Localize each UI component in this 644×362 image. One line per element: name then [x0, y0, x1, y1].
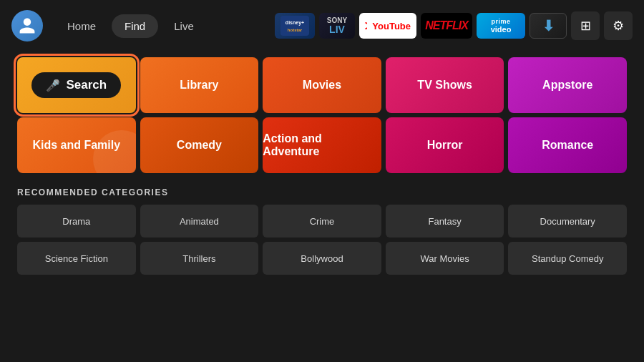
add-app-button[interactable]: ⊞: [571, 11, 600, 40]
youtube-play-icon: [365, 22, 367, 29]
app-netflix[interactable]: NETFLIX: [421, 13, 472, 39]
rec-drama[interactable]: Drama: [17, 205, 136, 238]
app-youtube[interactable]: YouTube: [359, 13, 416, 39]
horror-label: Horror: [427, 139, 463, 152]
rec-bollywood[interactable]: Bollywood: [263, 242, 381, 275]
tile-movies[interactable]: Movies: [263, 57, 381, 113]
nav-live[interactable]: Live: [161, 14, 207, 38]
mic-icon: 🎤: [46, 79, 60, 92]
nav-apps: disney+ hotstar SONY LIV YouTube NETFLIX…: [275, 11, 633, 40]
rec-documentary-label: Documentary: [540, 216, 595, 227]
main-content: 🎤 Search Library Movies TV Shows Appstor…: [0, 52, 644, 286]
netflix-label: NETFLIX: [425, 19, 468, 32]
rec-fantasy-label: Fantasy: [428, 216, 461, 227]
settings-icon: ⚙: [613, 18, 624, 34]
comedy-label: Comedy: [177, 139, 222, 152]
rec-documentary[interactable]: Documentary: [508, 205, 627, 238]
sony-text: SONY LIV: [327, 17, 347, 34]
settings-button[interactable]: ⚙: [604, 11, 633, 40]
rec-scifi-label: Science Fiction: [45, 253, 108, 264]
rec-thrillers-label: Thrillers: [182, 253, 215, 264]
rec-standup[interactable]: Standup Comedy: [508, 242, 627, 275]
disney-icon: disney+ hotstar: [280, 16, 309, 36]
rec-animated-label: Animated: [180, 216, 219, 227]
app-downloader[interactable]: ⬇: [530, 13, 567, 39]
nav-home[interactable]: Home: [54, 14, 109, 38]
tile-comedy[interactable]: Comedy: [140, 117, 259, 173]
tile-horror[interactable]: Horror: [386, 117, 504, 173]
rec-scifi[interactable]: Science Fiction: [17, 242, 136, 275]
youtube-label: YouTube: [372, 21, 411, 31]
category-grid: 🎤 Search Library Movies TV Shows Appstor…: [17, 57, 627, 173]
rec-crime-label: Crime: [310, 216, 335, 227]
tile-appstore[interactable]: Appstore: [508, 57, 627, 113]
appstore-label: Appstore: [542, 79, 592, 92]
tile-library[interactable]: Library: [140, 57, 259, 113]
movies-label: Movies: [303, 79, 341, 92]
user-icon: [18, 16, 36, 35]
recommended-section: RECOMMENDED CATEGORIES Drama Animated Cr…: [17, 187, 627, 275]
rec-war[interactable]: War Movies: [386, 242, 504, 275]
action-label: Action and Adventure: [263, 132, 381, 158]
library-label: Library: [180, 79, 218, 92]
search-label: Search: [66, 78, 107, 92]
rec-fantasy[interactable]: Fantasy: [386, 205, 504, 238]
nav-links: Home Find Live: [54, 14, 207, 38]
rec-crime[interactable]: Crime: [263, 205, 381, 238]
tile-romance[interactable]: Romance: [508, 117, 627, 173]
app-prime[interactable]: prime video: [477, 13, 525, 39]
section-title: RECOMMENDED CATEGORIES: [17, 187, 627, 197]
tile-search[interactable]: 🎤 Search: [17, 57, 136, 113]
recommended-grid: Drama Animated Crime Fantasy Documentary…: [17, 205, 627, 275]
rec-bollywood-label: Bollywood: [301, 253, 343, 264]
tvshows-label: TV Shows: [417, 79, 472, 92]
search-inner: 🎤 Search: [31, 72, 121, 98]
app-sony[interactable]: SONY LIV: [319, 13, 355, 39]
rec-thrillers[interactable]: Thrillers: [140, 242, 259, 275]
romance-label: Romance: [542, 139, 593, 152]
nav-find[interactable]: Find: [112, 14, 158, 38]
kids-label: Kids and Family: [32, 139, 120, 152]
downloader-icon: ⬇: [542, 17, 555, 34]
rec-drama-label: Drama: [62, 216, 90, 227]
tile-tvshows[interactable]: TV Shows: [386, 57, 504, 113]
prime-text: prime video: [491, 18, 512, 34]
svg-rect-0: [280, 16, 309, 36]
tile-action[interactable]: Action and Adventure: [263, 117, 381, 173]
app-disney[interactable]: disney+ hotstar: [275, 13, 315, 39]
tile-kids[interactable]: Kids and Family: [17, 117, 136, 173]
rec-animated[interactable]: Animated: [140, 205, 259, 238]
grid-add-icon: ⊞: [580, 18, 591, 34]
navbar: Home Find Live disney+ hotstar SONY LIV …: [0, 0, 644, 52]
rec-standup-label: Standup Comedy: [532, 253, 603, 264]
user-avatar[interactable]: [11, 10, 43, 41]
rec-war-label: War Movies: [421, 253, 469, 264]
svg-text:disney+: disney+: [286, 20, 304, 26]
svg-text:hotstar: hotstar: [288, 28, 303, 32]
